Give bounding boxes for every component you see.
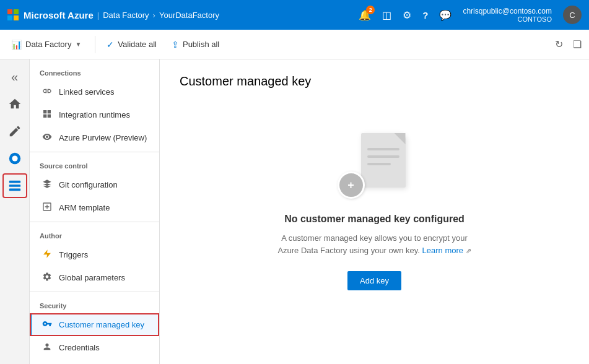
connections-section-header: Connections: [30, 59, 159, 80]
avatar[interactable]: C: [563, 6, 582, 24]
sidebar-item-global-parameters[interactable]: Global parameters: [30, 266, 159, 289]
credentials-label: Credentials: [59, 343, 100, 352]
linked-services-icon: [41, 86, 53, 98]
svg-rect-5: [43, 110, 46, 113]
azure-purview-icon: [41, 132, 53, 144]
sidebar-nav: Connections Linked services Integration …: [30, 59, 160, 364]
global-parameters-label: Global parameters: [59, 273, 125, 282]
svg-rect-4: [9, 189, 20, 191]
triggers-label: Triggers: [59, 250, 88, 259]
microsoft-logo: [7, 9, 19, 20]
user-info: chrisqpublic@contoso.com CONTOSO: [463, 7, 552, 23]
sidebar-item-customer-managed-key[interactable]: Customer managed key: [30, 313, 159, 336]
add-key-button[interactable]: Add key: [347, 271, 401, 290]
publish-all-button[interactable]: ⇪ Publish all: [165, 36, 225, 53]
datafactory-button[interactable]: 📊 Data Factory ▼: [5, 36, 87, 53]
breadcrumb-resource[interactable]: YourDataFactory: [159, 11, 219, 20]
sidebar-icon-home[interactable]: [2, 92, 27, 116]
topbar-actions: 🔔 2 ◫ ⚙ ? 💬 chrisqpublic@contoso.com CON…: [359, 6, 582, 24]
linked-services-label: Linked services: [59, 87, 115, 97]
notifications-badge: 2: [366, 6, 375, 14]
git-configuration-icon: [41, 179, 53, 191]
arm-template-icon: [41, 202, 53, 214]
empty-state-title: No customer managed key configured: [284, 214, 465, 225]
empty-state: + No customer managed key configured A c…: [180, 108, 569, 315]
datafactory-label: Data Factory: [25, 40, 71, 49]
validate-all-button[interactable]: ✓ Validate all: [100, 36, 163, 53]
brand-logo: Microsoft Azure: [7, 9, 94, 20]
sidebar-item-credentials[interactable]: Credentials: [30, 336, 159, 359]
svg-rect-2: [9, 181, 20, 183]
svg-rect-6: [48, 110, 51, 113]
brand-name: Microsoft Azure: [24, 10, 94, 20]
refresh-icon[interactable]: ↻: [552, 36, 565, 53]
breadcrumb-arrow: ›: [153, 11, 155, 20]
validate-label: Validate all: [118, 40, 157, 49]
user-email: chrisqpublic@contoso.com: [463, 7, 552, 15]
empty-state-description: A customer managed key allows you to enc…: [276, 232, 474, 256]
sidebar-item-git-configuration[interactable]: Git configuration: [30, 173, 159, 196]
security-section-header: Security: [30, 292, 159, 313]
fullscreen-icon[interactable]: ❏: [570, 36, 584, 53]
sidebar-icon-edit[interactable]: [2, 119, 27, 144]
feedback-icon[interactable]: 💬: [439, 9, 452, 21]
breadcrumb-service[interactable]: Data Factory: [103, 11, 149, 20]
integration-runtimes-icon: [41, 109, 53, 121]
sidebar-icon-manage[interactable]: [2, 173, 27, 198]
sidebar-item-linked-services[interactable]: Linked services: [30, 80, 159, 103]
source-control-section-header: Source control: [30, 152, 159, 173]
git-configuration-label: Git configuration: [59, 180, 118, 189]
validate-icon: ✓: [107, 40, 114, 50]
svg-rect-3: [9, 184, 20, 187]
sidebar-item-managed-private-endpoints: Managed private endpoints: [30, 359, 159, 364]
notifications-icon[interactable]: 🔔 2: [359, 9, 371, 21]
toolbar-right: ↻ ❏: [552, 36, 584, 53]
svg-rect-7: [43, 115, 46, 118]
azure-purview-label: Azure Purview (Preview): [59, 133, 147, 142]
sidebar-item-arm-template[interactable]: ARM template: [30, 196, 159, 219]
breadcrumb-sep: |: [97, 11, 99, 20]
integration-runtimes-label: Integration runtimes: [59, 110, 130, 119]
learn-more-link[interactable]: Learn more: [422, 246, 463, 255]
svg-marker-10: [43, 249, 51, 258]
page-title: Customer managed key: [180, 74, 569, 89]
triggers-icon: [41, 249, 53, 261]
help-icon[interactable]: ?: [422, 10, 428, 20]
breadcrumb: Data Factory › YourDataFactory: [103, 11, 219, 20]
svg-rect-8: [48, 115, 51, 118]
sidebar-icon-monitor[interactable]: [2, 146, 27, 171]
content-area: Customer managed key + No customer manag…: [160, 59, 589, 364]
datafactory-group: 📊 Data Factory ▼: [5, 36, 95, 53]
author-section-header: Author: [30, 222, 159, 243]
external-link-icon: ⇗: [466, 247, 471, 254]
publish-icon: ⇪: [172, 40, 179, 50]
customer-managed-key-label: Customer managed key: [59, 320, 144, 329]
credentials-icon: [41, 342, 53, 353]
main-layout: « Connections Linked services Integra: [0, 59, 589, 364]
chevron-down-icon: ▼: [75, 41, 81, 48]
secondary-toolbar: 📊 Data Factory ▼ ✓ Validate all ⇪ Publis…: [0, 30, 589, 59]
sidebar-item-azure-purview[interactable]: Azure Purview (Preview): [30, 126, 159, 149]
datafactory-icon: 📊: [11, 40, 22, 50]
svg-point-1: [12, 155, 17, 161]
sidebar-item-integration-runtimes[interactable]: Integration runtimes: [30, 103, 159, 126]
publish-label: Publish all: [183, 40, 219, 49]
global-parameters-icon: [41, 272, 53, 284]
user-org: CONTOSO: [518, 15, 552, 23]
topbar: Microsoft Azure | Data Factory › YourDat…: [0, 0, 589, 30]
empty-illustration: +: [338, 133, 412, 201]
customer-managed-key-icon: [41, 319, 53, 331]
portals-icon[interactable]: ◫: [382, 9, 391, 21]
arm-template-label: ARM template: [59, 203, 110, 212]
collapse-sidebar-button[interactable]: «: [2, 64, 27, 89]
sidebar-icon-rail: «: [0, 59, 30, 364]
settings-icon[interactable]: ⚙: [403, 9, 411, 21]
sidebar-item-triggers[interactable]: Triggers: [30, 243, 159, 266]
